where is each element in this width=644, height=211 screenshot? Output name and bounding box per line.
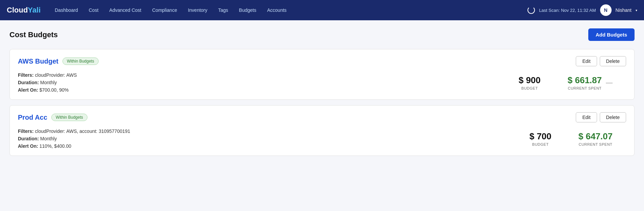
current-spent-amount: $ 647.07 <box>578 131 613 142</box>
edit-button[interactable]: Edit <box>576 112 597 122</box>
budget-name: Prod Acc <box>18 114 47 121</box>
budget-metric: $ 900 BUDGET <box>519 75 541 90</box>
page-header: Cost Budgets Add Budgets <box>9 28 635 41</box>
brand-logo[interactable]: CloudYali <box>7 6 41 15</box>
current-spent-amount: $ 661.87 <box>568 75 602 86</box>
alert-value: 110%, $400.00 <box>40 143 71 149</box>
nav-dashboard[interactable]: Dashboard <box>51 5 82 16</box>
budget-label: BUDGET <box>519 86 541 90</box>
budget-metric: $ 700 BUDGET <box>530 131 551 146</box>
last-scan-text: Last Scan: Nov 22, 11:32 AM <box>539 8 596 13</box>
chevron-down-icon[interactable]: ▾ <box>636 8 637 12</box>
spent-metric: $ 661.87 CURRENT SPENT — <box>568 75 613 90</box>
card-info: Filters: cloudProvider: AWS, account: 31… <box>18 128 130 149</box>
add-budgets-button[interactable]: Add Budgets <box>588 28 635 41</box>
filters-value: cloudProvider: AWS, account: 31095770019… <box>35 128 130 134</box>
avatar: N <box>600 4 612 16</box>
duration-value: Monthly <box>40 80 57 85</box>
delete-button[interactable]: Delete <box>600 56 626 66</box>
status-badge: Within Budgets <box>62 57 99 65</box>
edit-button[interactable]: Edit <box>576 56 597 66</box>
card-title-area: Prod Acc Within Budgets <box>18 114 87 121</box>
card-top-row: Prod Acc Within Budgets Edit Delete <box>18 112 626 122</box>
duration-line: Duration: Monthly <box>18 136 130 141</box>
delete-button[interactable]: Delete <box>600 112 626 122</box>
current-spent-label: CURRENT SPENT <box>568 86 602 90</box>
metrics: $ 700 BUDGET $ 647.07 CURRENT SPENT <box>530 131 626 146</box>
nav-compliance[interactable]: Compliance <box>148 5 181 16</box>
card-title-area: AWS Budget Within Budgets <box>18 57 99 65</box>
budget-card-0: AWS Budget Within Budgets Edit Delete Fi… <box>9 49 635 100</box>
alert-value: $700.00, 90% <box>40 87 69 93</box>
budget-label: BUDGET <box>530 142 551 146</box>
budget-amount: $ 700 <box>530 131 551 142</box>
nav-inventory[interactable]: Inventory <box>184 5 211 16</box>
alert-line: Alert On: $700.00, 90% <box>18 87 77 93</box>
nav-tags[interactable]: Tags <box>214 5 232 16</box>
current-spent-label: CURRENT SPENT <box>578 142 613 146</box>
card-top-row: AWS Budget Within Budgets Edit Delete <box>18 56 626 66</box>
filters-label: Filters: <box>18 128 34 134</box>
budget-amount: $ 900 <box>519 75 541 86</box>
status-badge: Within Budgets <box>51 114 87 121</box>
budget-name: AWS Budget <box>18 57 58 65</box>
nav-budgets[interactable]: Budgets <box>235 5 260 16</box>
navbar: CloudYali DashboardCostAdvanced CostComp… <box>0 0 644 20</box>
filters-value: cloudProvider: AWS <box>35 72 77 78</box>
card-info: Filters: cloudProvider: AWS Duration: Mo… <box>18 72 77 93</box>
nav-right: Last Scan: Nov 22, 11:32 AM N Nishant ▾ <box>527 4 637 16</box>
filters-line: Filters: cloudProvider: AWS, account: 31… <box>18 128 130 134</box>
spent-metric: $ 647.07 CURRENT SPENT <box>578 131 613 146</box>
card-details: Filters: cloudProvider: AWS Duration: Mo… <box>18 72 626 93</box>
duration-label: Duration: <box>18 80 39 85</box>
alert-label: Alert On: <box>18 143 38 149</box>
card-actions: Edit Delete <box>576 112 626 122</box>
filters-line: Filters: cloudProvider: AWS <box>18 72 77 78</box>
duration-label: Duration: <box>18 136 39 141</box>
nav-accounts[interactable]: Accounts <box>263 5 291 16</box>
card-actions: Edit Delete <box>576 56 626 66</box>
duration-line: Duration: Monthly <box>18 80 77 85</box>
dash-indicator: — <box>606 79 613 87</box>
filters-label: Filters: <box>18 72 34 78</box>
brand-cloud: Cloud <box>7 6 28 14</box>
refresh-icon[interactable] <box>527 6 535 14</box>
budget-card-1: Prod Acc Within Budgets Edit Delete Filt… <box>9 105 635 156</box>
user-name: Nishant <box>616 7 632 13</box>
brand-yali: Yali <box>28 6 41 14</box>
alert-line: Alert On: 110%, $400.00 <box>18 143 130 149</box>
nav-advanced-cost[interactable]: Advanced Cost <box>105 5 146 16</box>
alert-label: Alert On: <box>18 87 38 93</box>
page-title: Cost Budgets <box>9 30 58 39</box>
duration-value: Monthly <box>40 136 57 141</box>
budgets-list: AWS Budget Within Budgets Edit Delete Fi… <box>9 49 635 156</box>
nav-links: DashboardCostAdvanced CostComplianceInve… <box>51 5 527 16</box>
page-content: Cost Budgets Add Budgets AWS Budget With… <box>0 20 644 169</box>
metrics: $ 900 BUDGET $ 661.87 CURRENT SPENT — <box>519 75 626 90</box>
card-details: Filters: cloudProvider: AWS, account: 31… <box>18 128 626 149</box>
nav-cost[interactable]: Cost <box>85 5 103 16</box>
